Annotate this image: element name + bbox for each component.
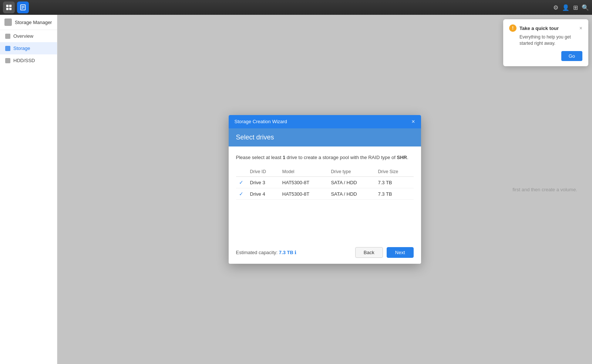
sidebar-app-title: Storage Manager: [15, 20, 52, 25]
taskbar-search-icon[interactable]: 🔍: [582, 4, 589, 11]
sidebar-item-hdd-ssd[interactable]: HDD/SSD: [0, 54, 57, 67]
row-drive-type-1: SATA / HDD: [328, 188, 375, 200]
back-button[interactable]: Back: [355, 247, 383, 258]
table-row[interactable]: ✓ Drive 3 HAT5300-8T SATA / HDD 7.3 TB: [236, 177, 414, 188]
storage-icon: [5, 46, 10, 51]
svg-rect-2: [6, 8, 9, 10]
row-drive-size-0: 7.3 TB: [375, 177, 413, 188]
sidebar-header: Storage Manager: [0, 15, 57, 30]
modal-overlay: Storage Creation Wizard × Select drives …: [57, 15, 592, 364]
check-icon-0: ✓: [239, 179, 243, 185]
notification-icon: !: [509, 24, 517, 32]
modal-step-title: Select drives: [236, 134, 414, 141]
table-header-drive-type: Drive type: [328, 167, 375, 177]
sidebar-item-overview[interactable]: Overview: [0, 30, 57, 42]
notification-popup: ! Take a quick tour × Everything to help…: [503, 19, 588, 66]
modal-footer: Estimated capacity: 7.3 TB ℹ Back Next: [229, 243, 421, 264]
table-header-model: Model: [279, 167, 328, 177]
modal-header: Select drives: [229, 128, 421, 146]
capacity-prefix: Estimated capacity:: [236, 250, 279, 255]
sidebar: Storage Manager Overview Storage HDD/SSD: [0, 15, 57, 364]
capacity-value: 7.3 TB: [279, 250, 293, 255]
drive-table: Drive ID Model Drive type Drive Size ✓ D…: [236, 167, 414, 200]
storage-wizard-modal: Storage Creation Wizard × Select drives …: [229, 115, 421, 264]
description-prefix: Please select at least: [236, 155, 283, 160]
row-drive-type-0: SATA / HDD: [328, 177, 375, 188]
row-drive-id-0: Drive 3: [247, 177, 279, 188]
sidebar-item-overview-label: Overview: [13, 33, 33, 39]
row-drive-id-1: Drive 4: [247, 188, 279, 200]
notification-header: ! Take a quick tour ×: [509, 24, 582, 32]
row-checkbox-1[interactable]: ✓: [236, 188, 247, 200]
notification-body: Everything to help you get started right…: [509, 34, 582, 47]
modal-title: Storage Creation Wizard: [235, 119, 287, 124]
taskbar-user-icon[interactable]: 👤: [562, 4, 569, 11]
table-row[interactable]: ✓ Drive 4 HAT5300-8T SATA / HDD 7.3 TB: [236, 188, 414, 200]
row-model-0: HAT5300-8T: [279, 177, 328, 188]
notification-close-button[interactable]: ×: [579, 25, 582, 31]
svg-rect-3: [9, 8, 11, 10]
taskbar-right-icons: ⚙ 👤 ⊞ 🔍: [553, 4, 589, 11]
modal-close-button[interactable]: ×: [411, 119, 415, 125]
description-suffix: drive to create a storage pool with the …: [285, 155, 397, 160]
taskbar-apps-icon[interactable]: ⊞: [573, 4, 578, 11]
row-drive-size-1: 7.3 TB: [375, 188, 413, 200]
svg-rect-0: [6, 5, 9, 7]
main-layout: Storage Manager Overview Storage HDD/SSD…: [0, 15, 592, 364]
description-raid: SHR: [397, 155, 407, 160]
taskbar-settings-icon[interactable]: ⚙: [553, 4, 558, 11]
modal-titlebar: Storage Creation Wizard ×: [229, 115, 421, 128]
svg-rect-1: [9, 5, 11, 7]
taskbar-app-button[interactable]: [17, 1, 29, 13]
check-icon-1: ✓: [239, 191, 243, 197]
storage-manager-icon: [4, 18, 12, 26]
row-checkbox-0[interactable]: ✓: [236, 177, 247, 188]
table-header-drive-id: Drive ID: [247, 167, 279, 177]
description-end: .: [407, 155, 408, 160]
modal-body: Please select at least 1 drive to create…: [229, 146, 421, 243]
taskbar: ⚙ 👤 ⊞ 🔍: [0, 0, 592, 15]
sidebar-item-storage[interactable]: Storage: [0, 42, 57, 54]
content-area: first and then create a volume. Storage …: [57, 15, 592, 364]
notification-go-button[interactable]: Go: [561, 51, 582, 61]
capacity-info-icon[interactable]: ℹ: [295, 250, 296, 255]
table-header-check: [236, 167, 247, 177]
notification-title: Take a quick tour: [519, 26, 559, 31]
taskbar-grid-button[interactable]: [3, 1, 15, 13]
table-empty-area: [236, 200, 414, 237]
capacity-label: Estimated capacity: 7.3 TB ℹ: [236, 250, 297, 255]
modal-description: Please select at least 1 drive to create…: [236, 154, 414, 161]
sidebar-item-storage-label: Storage: [13, 46, 30, 51]
next-button[interactable]: Next: [387, 247, 414, 258]
overview-icon: [5, 34, 10, 39]
hdd-ssd-icon: [5, 58, 10, 63]
table-header-drive-size: Drive Size: [375, 167, 413, 177]
row-model-1: HAT5300-8T: [279, 188, 328, 200]
sidebar-item-hdd-ssd-label: HDD/SSD: [13, 58, 35, 63]
